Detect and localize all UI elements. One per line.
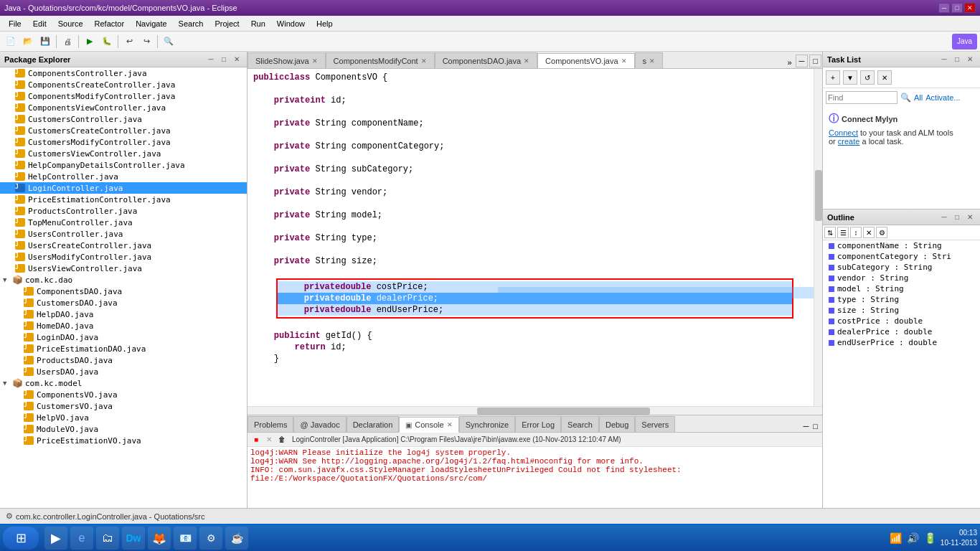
console-clear-button[interactable]: 🗑	[276, 434, 288, 446]
menu-refactor[interactable]: Refactor	[89, 18, 131, 29]
tree-item-usersviewcontroller[interactable]: J UsersViewController.java	[0, 263, 247, 274]
new-button[interactable]: 📄	[3, 34, 19, 50]
maximize-button[interactable]: □	[951, 3, 963, 13]
tree-item-homedao[interactable]: J HomeDAO.java	[0, 320, 247, 331]
taskbar-dw[interactable]: Dw	[122, 527, 145, 550]
new-task-button[interactable]: +	[826, 70, 840, 85]
taskbar-unknown[interactable]: 📧	[174, 527, 197, 550]
perspective-java[interactable]: Java	[952, 34, 977, 50]
print-button[interactable]: 🖨	[60, 34, 75, 50]
tree-item-componentsmodifycontroller[interactable]: J ComponentsModifyController.java	[0, 90, 247, 102]
tab-close-icon[interactable]: ✕	[312, 57, 318, 65]
tab-componentsdao[interactable]: ComponentsDAO.java ✕	[435, 52, 537, 68]
tab-servers[interactable]: Servers	[635, 416, 675, 432]
outline-item-size[interactable]: size : String	[823, 305, 980, 316]
outline-btn2[interactable]: ☰	[837, 227, 849, 238]
search-icon[interactable]: 🔍	[900, 93, 911, 103]
tray-network[interactable]: 📶	[889, 531, 903, 545]
time-display[interactable]: 00:13 10-11-2013	[941, 528, 977, 548]
tab-declaration[interactable]: Declaration	[347, 416, 400, 432]
activate-link[interactable]: Activate...	[925, 93, 960, 102]
tab-overflow-button[interactable]: »	[784, 57, 794, 68]
close-button[interactable]: ✕	[964, 3, 976, 13]
tree-item-logindao[interactable]: J LoginDAO.java	[0, 331, 247, 343]
taskbar-ie[interactable]: e	[70, 527, 93, 550]
close-tasklist-button[interactable]: ✕	[964, 55, 976, 65]
outline-item-model[interactable]: model : String	[823, 283, 980, 294]
tree-item-componentsvo[interactable]: J ComponentsVO.java	[0, 389, 247, 400]
menu-edit[interactable]: Edit	[27, 18, 52, 29]
task-sync-button[interactable]: ↺	[860, 70, 875, 85]
maximize-bottom-button[interactable]: □	[811, 420, 819, 432]
taskbar-files[interactable]: 🗂	[96, 527, 119, 550]
start-button[interactable]: ⊞	[3, 527, 39, 550]
minimize-bottom-button[interactable]: ─	[802, 420, 811, 432]
tab-errorlog[interactable]: Error Log	[515, 416, 561, 432]
outline-item-subcategory[interactable]: subCategory : String	[823, 262, 980, 273]
menu-project[interactable]: Project	[209, 18, 245, 29]
tree-package-dao[interactable]: ▼ 📦 com.kc.dao	[0, 274, 247, 286]
console-terminate-button[interactable]: ✕	[263, 434, 275, 446]
tab-close-icon[interactable]: ✕	[649, 57, 655, 65]
tree-item-priceestimationcontroller[interactable]: J PriceEstimationController.java	[0, 194, 247, 205]
outline-btn3[interactable]: ↕	[850, 227, 862, 238]
save-button[interactable]: 💾	[37, 34, 53, 50]
minimize-outline-button[interactable]: ─	[938, 212, 950, 222]
outline-btn5[interactable]: ⚙	[876, 227, 887, 238]
tree-item-topmenucontroller[interactable]: J TopMenuController.java	[0, 217, 247, 228]
outline-item-dealerprice[interactable]: dealerPrice : double	[823, 326, 980, 337]
menu-window[interactable]: Window	[271, 18, 311, 29]
run-button[interactable]: ▶	[82, 34, 98, 50]
tree-item-logincontroller[interactable]: J LoginController.java	[0, 182, 247, 194]
tab-search[interactable]: Search	[561, 416, 599, 432]
tree-item-userscreatecontroller[interactable]: J UsersCreateController.java	[0, 240, 247, 251]
menu-navigate[interactable]: Navigate	[130, 18, 172, 29]
tab-debug[interactable]: Debug	[599, 416, 635, 432]
all-link[interactable]: All	[914, 93, 923, 102]
tab-synchronize[interactable]: Synchronize	[459, 416, 516, 432]
tab-componentsmodify[interactable]: ComponentsModifyCont ✕	[326, 52, 435, 68]
horizontal-scrollbar[interactable]	[248, 406, 822, 415]
outline-item-costprice[interactable]: costPrice : double	[823, 316, 980, 326]
tree-item-helpdao[interactable]: J HelpDAO.java	[0, 309, 247, 320]
tree-item-customerscreatecontroller[interactable]: J CustomersCreateController.java	[0, 125, 247, 136]
tree-item-helpcompany[interactable]: J HelpCompanyDetailsController.java	[0, 159, 247, 171]
task-filter-button[interactable]: ▼	[843, 70, 857, 85]
tree-item-customerscontroller[interactable]: J CustomersController.java	[0, 113, 247, 125]
tree-package-model[interactable]: ▼ 📦 com.kc.model	[0, 377, 247, 389]
maximize-editor-button[interactable]: □	[809, 55, 821, 67]
tree-item-usersmodifycontroller[interactable]: J UsersModifyController.java	[0, 251, 247, 263]
tab-close-icon[interactable]: ✕	[421, 57, 427, 65]
menu-source[interactable]: Source	[52, 18, 89, 29]
tab-slideshow[interactable]: SlideShow.java ✕	[248, 52, 326, 68]
taskbar-java[interactable]: ☕	[225, 527, 248, 550]
taskbar-media[interactable]: ▶	[44, 527, 67, 550]
tab-problems[interactable]: Problems	[248, 416, 293, 432]
outline-item-type[interactable]: type : String	[823, 294, 980, 305]
outline-item-enduserprice[interactable]: endUserPrice : double	[823, 337, 980, 348]
scroll-thumb[interactable]	[815, 170, 822, 221]
tree-item-customersdao[interactable]: J CustomersDAO.java	[0, 297, 247, 309]
tree-item-componentscontroller[interactable]: J ComponentsController.java	[0, 67, 247, 79]
tree-item-componentsviewcontroller[interactable]: J ComponentsViewController.java	[0, 102, 247, 113]
redo-button[interactable]: ↪	[138, 34, 154, 50]
code-editor[interactable]: public class ComponentsVO { private int …	[248, 69, 822, 406]
outline-item-componentname[interactable]: componentName : String	[823, 240, 980, 251]
tree-item-priceestimationdao[interactable]: J PriceEstimationDAO.java	[0, 343, 247, 354]
create-link[interactable]: create	[838, 137, 860, 146]
maximize-panel-button[interactable]: □	[218, 55, 230, 65]
tray-volume[interactable]: 🔊	[906, 531, 920, 545]
taskbar-firefox[interactable]: 🦊	[148, 527, 171, 550]
undo-button[interactable]: ↩	[121, 34, 137, 50]
menu-help[interactable]: Help	[311, 18, 339, 29]
taskbar-app1[interactable]: ⚙	[199, 527, 222, 550]
minimize-editor-button[interactable]: ─	[796, 55, 809, 67]
menu-file[interactable]: File	[3, 18, 27, 29]
tab-close-icon[interactable]: ✕	[621, 57, 627, 65]
tree-item-customersmodifycontroller[interactable]: J CustomersModifyController.java	[0, 136, 247, 148]
vertical-scrollbar[interactable]	[814, 69, 822, 406]
outline-item-vendor[interactable]: vendor : String	[823, 273, 980, 283]
minimize-panel-button[interactable]: ─	[205, 55, 217, 65]
find-input[interactable]	[826, 91, 897, 104]
menu-run[interactable]: Run	[245, 18, 271, 29]
